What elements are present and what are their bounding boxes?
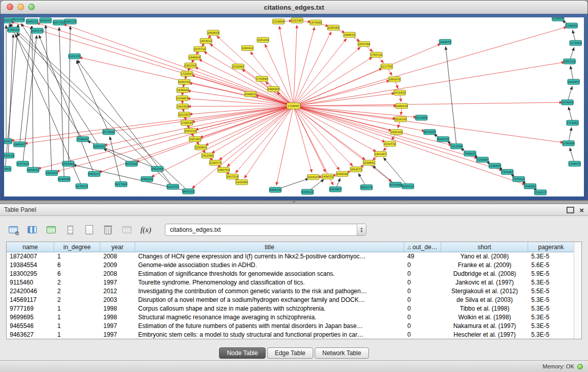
graph-node[interactable]: 9231508	[13, 17, 25, 22]
tab-node-table[interactable]: Node Table	[219, 347, 266, 359]
create-column-button[interactable]	[44, 223, 58, 236]
table-row[interactable]: 1938455462009Genome-wide association stu…	[7, 261, 574, 270]
graph-node[interactable]: 1221397	[291, 18, 303, 23]
graph-node[interactable]: 1574063	[570, 40, 581, 46]
tab-network-table[interactable]: Network Table	[315, 347, 369, 359]
graph-node[interactable]: 2075718	[194, 47, 206, 52]
table-row[interactable]: 977716911998Corpus callosum shape and si…	[7, 304, 574, 313]
graph-edge[interactable]	[46, 25, 52, 173]
graph-node[interactable]: 2261543	[185, 63, 197, 68]
graph-edge[interactable]	[293, 62, 564, 106]
select-column-button[interactable]	[63, 223, 77, 236]
window-titlebar[interactable]: citations_edges.txt	[1, 1, 587, 14]
tab-edge-table[interactable]: Edge Table	[267, 347, 313, 359]
graph-node[interactable]: 9120653	[4, 18, 12, 23]
graph-node[interactable]: 7086431	[464, 151, 476, 156]
graph-node[interactable]: 1854570	[350, 167, 362, 172]
graph-node[interactable]: 1605118	[563, 59, 575, 64]
graph-edge[interactable]	[110, 137, 121, 184]
show-columns-button[interactable]	[25, 223, 39, 236]
graph-node[interactable]: 7228356	[489, 163, 500, 168]
graph-node[interactable]: 8946215	[26, 19, 38, 24]
graph-edge[interactable]	[32, 26, 33, 170]
graph-node[interactable]: 9057362	[53, 20, 65, 25]
graph-edge[interactable]	[136, 106, 293, 162]
graph-edge[interactable]	[8, 34, 13, 156]
graph-edge[interactable]	[446, 47, 456, 146]
graph-node[interactable]: 7154920	[476, 157, 488, 162]
column-header-in_degree[interactable]: in_degree	[54, 242, 100, 252]
table-scrollbar[interactable]	[574, 242, 581, 339]
graph-node[interactable]: 9245012	[402, 184, 413, 189]
close-panel-icon[interactable]: ×	[579, 206, 584, 214]
graph-edge[interactable]	[293, 57, 372, 106]
network-file-select[interactable]: citations_edges.txt ▲ ▼	[165, 224, 366, 236]
graph-edge[interactable]	[265, 44, 294, 106]
graph-edge[interactable]	[279, 26, 294, 106]
graph-node[interactable]: 1759340	[256, 76, 268, 81]
graph-node[interactable]: 2215307	[178, 112, 190, 117]
network-graph[interactable]: 1724045206465918530122075718194820422615…	[4, 17, 584, 196]
graph-node[interactable]: 2185083	[328, 25, 339, 30]
graph-node[interactable]: 2051370	[69, 54, 80, 59]
table-row[interactable]: 2242004622012Investigating the contribut…	[7, 287, 574, 296]
graph-node[interactable]: 2250794	[358, 41, 369, 47]
graph-edge[interactable]	[293, 25, 297, 106]
graph-node[interactable]: 1948204	[189, 55, 201, 60]
graph-node[interactable]: 7520137	[534, 190, 546, 195]
graph-edge[interactable]	[293, 38, 346, 106]
graph-node[interactable]: 9189220	[8, 27, 19, 32]
column-header-name[interactable]: name	[7, 242, 54, 252]
graph-node[interactable]: 7301842	[502, 169, 513, 174]
graph-edge[interactable]	[151, 106, 293, 177]
graph-node[interactable]: 6879197	[424, 129, 435, 135]
graph-node[interactable]: 9178503	[76, 184, 88, 189]
graph-node[interactable]: 1934721	[322, 174, 334, 179]
graph-edge[interactable]	[24, 106, 293, 144]
table-row[interactable]: 1830029562008Estimation of significance …	[7, 270, 574, 278]
graph-edge[interactable]	[56, 106, 294, 172]
new-table-button[interactable]	[82, 223, 96, 236]
graph-node[interactable]: 2096743	[178, 79, 190, 84]
graph-node[interactable]: 2409155	[46, 170, 57, 176]
table-row[interactable]: 946362711997Embryonic stem cells: a mode…	[7, 331, 574, 339]
import-table-button[interactable]	[120, 223, 134, 236]
graph-edge[interactable]	[219, 106, 293, 160]
graph-node[interactable]: 9386402	[141, 177, 153, 182]
table-mode-button[interactable]: ⚙	[6, 223, 20, 236]
graph-node[interactable]: 9318047	[39, 18, 51, 23]
column-header-out_degree[interactable]: △out_de…	[404, 242, 441, 252]
graph-edge[interactable]	[293, 27, 314, 106]
graph-node[interactable]: 2117765	[381, 64, 393, 69]
graph-node[interactable]: 9408115	[301, 189, 313, 194]
graph-node[interactable]: 2104467	[176, 96, 188, 101]
graph-node[interactable]: 1785512	[371, 52, 382, 57]
graph-node[interactable]: 1678204	[561, 100, 573, 105]
table-row[interactable]: 946554611997Estimation of the future num…	[7, 322, 574, 331]
graph-node[interactable]: 7375019	[513, 177, 525, 182]
table-row[interactable]: 969969511998Structural magnetic resonanc…	[7, 313, 574, 322]
graph-node[interactable]: 1946218	[396, 103, 407, 108]
graph-node[interactable]: 9148266	[58, 177, 70, 182]
graph-node[interactable]: 7448261	[524, 184, 536, 189]
graph-node[interactable]: 1724045	[287, 103, 300, 109]
graph-edge[interactable]	[187, 106, 293, 106]
graph-node[interactable]: 9352174	[360, 185, 372, 190]
zoom-window-button[interactable]	[28, 4, 35, 10]
graph-node[interactable]: 1853012	[200, 38, 212, 43]
graph-edge[interactable]	[293, 106, 376, 152]
graph-node[interactable]: 1967425	[189, 137, 201, 142]
graph-node[interactable]: 9323867	[330, 187, 341, 192]
graph-node[interactable]: 9265133	[64, 19, 76, 24]
graph-node[interactable]: 1901324	[177, 104, 188, 109]
graph-edge[interactable]	[293, 106, 526, 185]
graph-node[interactable]: 1736428	[562, 141, 574, 146]
graph-node[interactable]: 2634950	[4, 166, 11, 171]
graph-node[interactable]: 2526065	[4, 139, 12, 144]
graph-node[interactable]: 9276318	[125, 161, 137, 166]
graph-node[interactable]: 7013268	[451, 144, 463, 149]
column-header-title[interactable]: title	[135, 242, 404, 252]
graph-node[interactable]: 2074432	[394, 90, 405, 95]
close-window-button[interactable]	[7, 4, 13, 10]
graph-node[interactable]: 1944679	[439, 39, 451, 45]
